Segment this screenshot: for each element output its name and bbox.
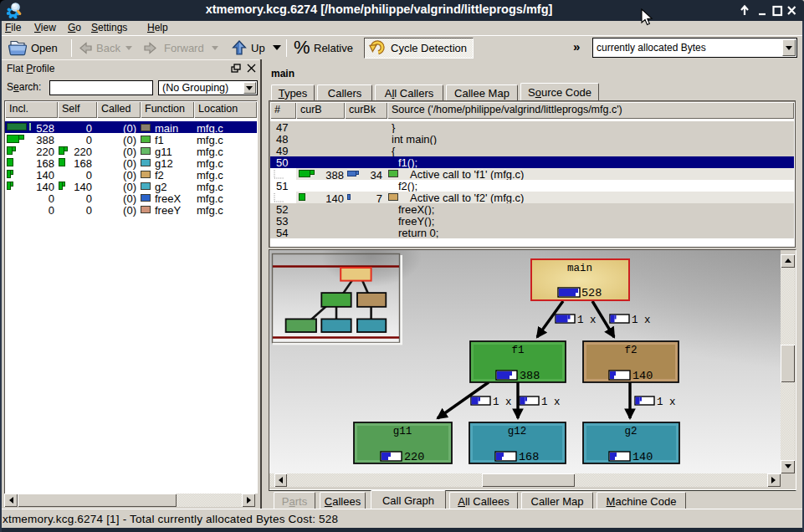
svg-text:1 x: 1 x <box>577 315 597 326</box>
svg-text:168: 168 <box>519 451 539 463</box>
svg-text:g12: g12 <box>508 426 527 437</box>
svg-text:140: 140 <box>632 451 653 463</box>
svg-text:f1: f1 <box>511 345 524 356</box>
svg-text:f2: f2 <box>624 345 637 356</box>
svg-text:g11: g11 <box>393 426 412 437</box>
svg-text:140: 140 <box>632 370 653 382</box>
svg-text:220: 220 <box>404 451 424 463</box>
svg-text:1 x: 1 x <box>657 396 676 408</box>
svg-text:1 x: 1 x <box>632 315 651 326</box>
svg-text:1 x: 1 x <box>493 396 512 408</box>
svg-text:528: 528 <box>581 287 602 299</box>
svg-text:main: main <box>567 263 592 274</box>
svg-text:g2: g2 <box>624 426 637 437</box>
svg-text:1 x: 1 x <box>541 396 561 408</box>
svg-text:388: 388 <box>520 370 540 382</box>
